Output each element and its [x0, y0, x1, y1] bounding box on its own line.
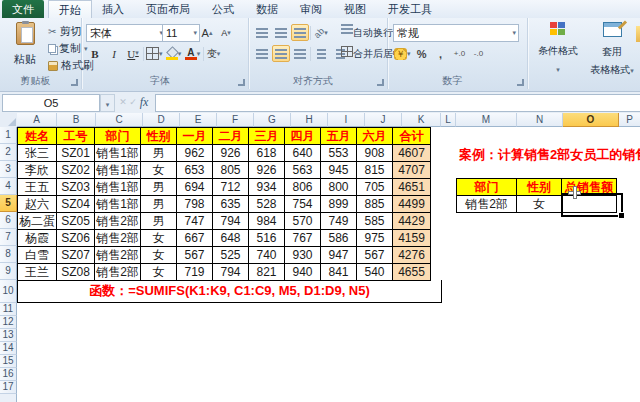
- table-cell[interactable]: 635: [213, 196, 249, 213]
- number-format-combo[interactable]: 常规▾: [393, 24, 519, 42]
- table-cell[interactable]: 杨霞: [18, 230, 57, 247]
- align-bottom-button[interactable]: [291, 24, 309, 41]
- table-cell[interactable]: 705: [357, 179, 393, 196]
- column-header-L[interactable]: L: [441, 113, 456, 127]
- table-cell[interactable]: 653: [177, 162, 213, 179]
- table-cell[interactable]: 白雪: [18, 247, 57, 264]
- decrease-decimal-button[interactable]: -.0: [470, 45, 488, 62]
- table-cell[interactable]: 张三: [18, 145, 57, 162]
- table-cell[interactable]: 712: [213, 179, 249, 196]
- row-header-7[interactable]: 7: [0, 229, 17, 246]
- percent-style-button[interactable]: %: [413, 45, 431, 62]
- column-header-O[interactable]: O: [563, 113, 619, 127]
- tab-开发工具[interactable]: 开发工具: [378, 0, 442, 17]
- table-cell[interactable]: 984: [249, 213, 285, 230]
- name-box[interactable]: O5: [2, 94, 100, 112]
- sheet-canvas[interactable]: ABCDEFGHIJKLMNOP 12345678910111213141516…: [0, 113, 640, 402]
- table-cell[interactable]: 694: [177, 179, 213, 196]
- column-header-A[interactable]: A: [17, 113, 57, 127]
- table-cell[interactable]: 794: [213, 264, 249, 281]
- table-cell[interactable]: 806: [285, 179, 321, 196]
- column-header-P[interactable]: P: [619, 113, 640, 127]
- tab-插入[interactable]: 插入: [92, 0, 134, 17]
- column-header-E[interactable]: E: [180, 113, 217, 127]
- table-cell[interactable]: 4429: [393, 213, 431, 230]
- table-cell[interactable]: 885: [357, 196, 393, 213]
- row-header-9[interactable]: 9: [0, 263, 17, 280]
- table-cell[interactable]: 648: [213, 230, 249, 247]
- table-cell[interactable]: 528: [249, 196, 285, 213]
- table-cell[interactable]: 男: [141, 145, 177, 162]
- table-header-cell[interactable]: 六月: [357, 128, 393, 145]
- table-cell[interactable]: 4651: [393, 179, 431, 196]
- row-header-6[interactable]: 6: [0, 212, 17, 229]
- column-header-G[interactable]: G: [254, 113, 291, 127]
- font-color-button[interactable]: A▾: [184, 45, 202, 62]
- table-cell[interactable]: 740: [249, 247, 285, 264]
- align-top-button[interactable]: [253, 24, 271, 41]
- table-cell[interactable]: SZ01: [57, 145, 95, 162]
- phonetic-button[interactable]: 变▾: [205, 45, 223, 62]
- row-header-16[interactable]: 16: [0, 368, 17, 381]
- row-header-5[interactable]: 5: [0, 195, 17, 212]
- row-header-12[interactable]: 12: [0, 316, 17, 329]
- row-header-3[interactable]: 3: [0, 161, 17, 178]
- table-cell[interactable]: 525: [213, 247, 249, 264]
- table-cell[interactable]: 800: [321, 179, 357, 196]
- table-cell[interactable]: 杨二蛋: [18, 213, 57, 230]
- table-cell[interactable]: 销售1部: [95, 145, 141, 162]
- borders-button[interactable]: ▾: [145, 45, 164, 62]
- cut-button[interactable]: ✂ 剪切: [48, 25, 81, 38]
- table-cell[interactable]: 女: [141, 247, 177, 264]
- table-cell[interactable]: 821: [249, 264, 285, 281]
- alignment-dialog-launcher[interactable]: [377, 79, 384, 86]
- table-cell[interactable]: 930: [285, 247, 321, 264]
- table-header-cell[interactable]: 性别: [517, 179, 562, 196]
- table-cell[interactable]: 926: [213, 145, 249, 162]
- row-header-13[interactable]: 13: [0, 329, 17, 342]
- table-cell[interactable]: 540: [357, 264, 393, 281]
- table-cell[interactable]: 567: [357, 247, 393, 264]
- italic-button[interactable]: I: [105, 45, 123, 62]
- tab-数据[interactable]: 数据: [246, 0, 288, 17]
- table-cell[interactable]: 销售2部: [457, 196, 517, 213]
- column-header-C[interactable]: C: [96, 113, 143, 127]
- table-cell[interactable]: 945: [321, 162, 357, 179]
- column-header-K[interactable]: K: [402, 113, 441, 127]
- table-cell[interactable]: SZ06: [57, 230, 95, 247]
- column-header-I[interactable]: I: [328, 113, 365, 127]
- format-as-table-button[interactable]: 套用 表格格式▾: [586, 22, 638, 76]
- fill-color-button[interactable]: ▾: [165, 45, 183, 62]
- underline-button[interactable]: U▾: [124, 45, 142, 62]
- table-cell[interactable]: 王五: [18, 179, 57, 196]
- table-cell[interactable]: 4707: [393, 162, 431, 179]
- conditional-formatting-button[interactable]: 条件格式 ▾: [532, 22, 584, 76]
- file-tab[interactable]: 文件: [2, 0, 44, 18]
- table-cell[interactable]: 男: [141, 196, 177, 213]
- table-cell[interactable]: 销售2部: [95, 264, 141, 281]
- column-header-M[interactable]: M: [456, 113, 517, 127]
- shrink-font-button[interactable]: A▾: [217, 24, 235, 41]
- table-cell[interactable]: 747: [177, 213, 213, 230]
- table-header-cell[interactable]: 四月: [285, 128, 321, 145]
- tab-视图[interactable]: 视图: [334, 0, 376, 17]
- bold-button[interactable]: B: [86, 45, 104, 62]
- table-cell[interactable]: 销售1部: [95, 179, 141, 196]
- clipboard-dialog-launcher[interactable]: [71, 79, 78, 86]
- table-cell[interactable]: 767: [285, 230, 321, 247]
- table-cell[interactable]: 赵六: [18, 196, 57, 213]
- formula-input[interactable]: [155, 94, 640, 112]
- table-cell[interactable]: 男: [141, 179, 177, 196]
- table-header-cell[interactable]: 三月: [249, 128, 285, 145]
- table-cell[interactable]: 798: [177, 196, 213, 213]
- table-header-cell[interactable]: 五月: [321, 128, 357, 145]
- table-cell[interactable]: 899: [321, 196, 357, 213]
- table-cell[interactable]: 男: [141, 213, 177, 230]
- decrease-indent-button[interactable]: [312, 45, 330, 62]
- table-cell[interactable]: 553: [321, 145, 357, 162]
- align-left-button[interactable]: [253, 45, 271, 62]
- wrap-text-label[interactable]: 自动换行: [353, 26, 393, 40]
- table-cell[interactable]: 4499: [393, 196, 431, 213]
- row-header-4[interactable]: 4: [0, 178, 17, 195]
- table-cell[interactable]: 4655: [393, 264, 431, 281]
